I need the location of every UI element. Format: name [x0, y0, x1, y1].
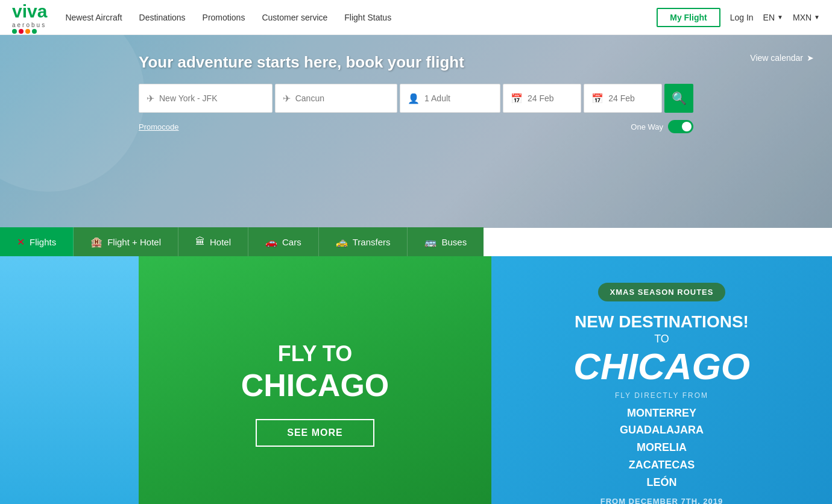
- return-date-field[interactable]: 📅: [584, 84, 662, 113]
- xmas-badge: XMAS SEASON ROUTES: [598, 283, 726, 301]
- promo-city-text: CHICAGO: [241, 370, 389, 401]
- search-button[interactable]: 🔍: [664, 84, 693, 113]
- fly-from-text: FLY DIRECTLY FROM: [615, 391, 708, 400]
- to-text: TO: [654, 333, 669, 345]
- hero-content: Your adventure starts here, book your fl…: [0, 35, 832, 133]
- logo-dots: [12, 29, 47, 34]
- currency-chevron-icon: ▼: [814, 14, 820, 20]
- origin-field[interactable]: ✈: [139, 84, 273, 113]
- passengers-input[interactable]: [424, 93, 493, 103]
- tab-flight-hotel-label: Flight + Hotel: [107, 237, 161, 247]
- passengers-field[interactable]: 👤: [400, 84, 500, 113]
- destination-input[interactable]: [295, 93, 389, 103]
- nav-flight-status[interactable]: Flight Status: [344, 13, 391, 22]
- see-more-button[interactable]: SEE MORE: [256, 419, 374, 447]
- flights-x-icon: ✕: [17, 236, 25, 248]
- logo-viva: viva: [12, 1, 47, 22]
- new-destinations-text: NEW DESTINATIONS!: [575, 313, 749, 330]
- destination-field[interactable]: ✈: [275, 84, 397, 113]
- promo-center-panel: FLY TO CHICAGO SEE MORE: [139, 256, 491, 504]
- tab-flights-label: Flights: [30, 237, 56, 247]
- nav-promotions[interactable]: Promotions: [203, 13, 245, 22]
- lang-label: EN: [763, 13, 775, 22]
- city-monterrey: MONTERREY: [620, 405, 704, 422]
- city-guadalajara: GUADALAJARA: [620, 421, 704, 439]
- language-selector[interactable]: EN ▼: [763, 13, 783, 22]
- from-date-text: FROM DECEMBER 7TH, 2019: [600, 497, 723, 504]
- transfers-icon: 🚕: [336, 236, 348, 248]
- calendar-return-icon: 📅: [591, 93, 604, 104]
- nav-links: Newest Aircraft Destinations Promotions …: [65, 12, 657, 23]
- hotel-icon: 🏛: [195, 236, 205, 247]
- cars-icon: 🚗: [265, 236, 277, 248]
- one-way-toggle-switch[interactable]: [668, 120, 693, 133]
- tab-hotel-label: Hotel: [210, 237, 231, 247]
- tab-flights[interactable]: ✕ Flights: [0, 227, 74, 256]
- depart-date-input[interactable]: [528, 93, 573, 103]
- depart-date-field[interactable]: 📅: [503, 84, 581, 113]
- login-button[interactable]: Log In: [730, 13, 754, 22]
- tab-transfers-label: Transfers: [353, 237, 391, 247]
- tab-buses[interactable]: 🚌 Buses: [408, 227, 484, 256]
- promo-right-city: CHICAGO: [573, 348, 750, 385]
- hero-title: Your adventure starts here, book your fl…: [139, 53, 693, 72]
- return-date-input[interactable]: [608, 93, 654, 103]
- search-form: ✈ ✈ 👤 📅 📅: [139, 84, 693, 113]
- departure-plane-icon: ✈: [147, 93, 154, 104]
- hero-section: View calendar ➤ Your adventure starts he…: [0, 35, 832, 228]
- city-zacatecas: ZACATECAS: [620, 456, 704, 474]
- booking-tabs-bar: ✕ Flights 🏨 Flight + Hotel 🏛 Hotel 🚗 Car…: [0, 227, 832, 256]
- promo-row: Promocode One Way: [139, 120, 693, 133]
- currency-selector[interactable]: MXN ▼: [793, 13, 820, 22]
- origin-input[interactable]: [159, 93, 265, 103]
- fly-to-text: FLY TO: [278, 342, 352, 366]
- dot-red: [19, 29, 24, 34]
- tab-hotel[interactable]: 🏛 Hotel: [178, 227, 248, 256]
- arrival-plane-icon: ✈: [283, 93, 291, 104]
- lang-chevron-icon: ▼: [777, 14, 783, 20]
- city-leon: LEÓN: [620, 474, 704, 491]
- city-morelia: MORELIA: [620, 439, 704, 456]
- dot-green2: [32, 29, 37, 34]
- nav-newest-aircraft[interactable]: Newest Aircraft: [65, 13, 122, 22]
- currency-label: MXN: [793, 13, 812, 22]
- passenger-icon: 👤: [408, 93, 420, 104]
- promo-section: FLY TO CHICAGO SEE MORE XMAS SEASON ROUT…: [0, 256, 832, 504]
- cities-list: MONTERREY GUADALAJARA MORELIA ZACATECAS …: [620, 405, 704, 491]
- promo-right-panel: XMAS SEASON ROUTES NEW DESTINATIONS! TO …: [491, 256, 832, 504]
- dot-green: [12, 29, 17, 34]
- logo: viva aerobus: [12, 1, 47, 34]
- search-icon: 🔍: [672, 91, 687, 106]
- one-way-toggle-group: One Way: [631, 120, 693, 133]
- nav-right: My Flight Log In EN ▼ MXN ▼: [657, 8, 820, 27]
- tab-buses-label: Buses: [441, 237, 467, 247]
- tab-cars-label: Cars: [282, 237, 301, 247]
- dot-orange: [25, 29, 30, 34]
- one-way-label: One Way: [631, 122, 663, 131]
- promo-left-panel: [0, 256, 139, 504]
- tab-flight-hotel[interactable]: 🏨 Flight + Hotel: [74, 227, 178, 256]
- nav-customer-service[interactable]: Customer service: [262, 13, 327, 22]
- flight-hotel-icon: 🏨: [90, 236, 102, 248]
- tab-transfers[interactable]: 🚕 Transfers: [319, 227, 408, 256]
- navbar: viva aerobus Newest Aircraft Destination…: [0, 0, 832, 35]
- my-flight-button[interactable]: My Flight: [657, 8, 720, 27]
- logo-aerobus: aerobus: [12, 22, 47, 28]
- promocode-link[interactable]: Promocode: [139, 122, 178, 131]
- nav-destinations[interactable]: Destinations: [139, 13, 186, 22]
- calendar-depart-icon: 📅: [511, 93, 523, 104]
- tab-cars[interactable]: 🚗 Cars: [248, 227, 319, 256]
- buses-icon: 🚌: [424, 236, 436, 248]
